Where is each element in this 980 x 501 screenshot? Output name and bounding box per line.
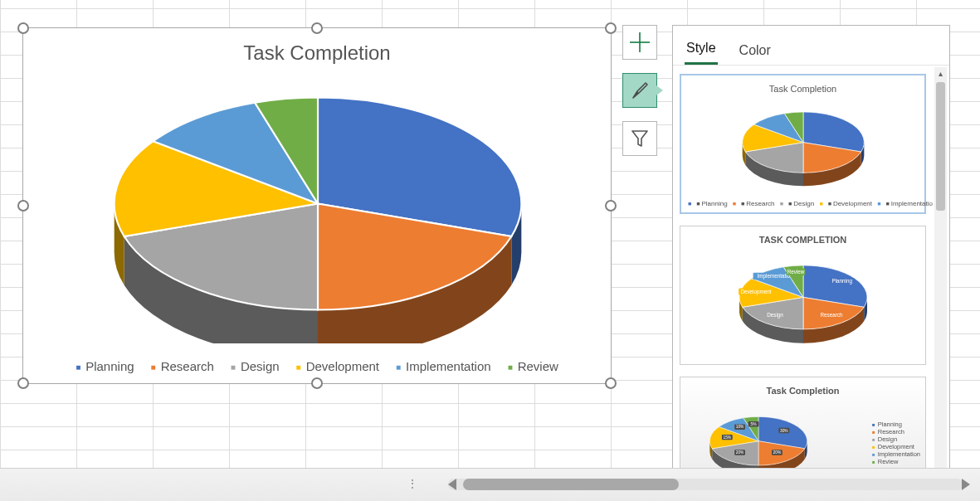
legend-item-planning[interactable]: Planning (76, 359, 134, 373)
panel-tabs: Style Color (673, 26, 949, 66)
svg-text:30%: 30% (780, 429, 788, 433)
style-preview-legend: Planning Research Design Development Imp… (872, 421, 920, 465)
legend-item-development[interactable]: Development (296, 359, 379, 373)
horizontal-scrollbar: ⋮ (0, 468, 980, 501)
resize-handle-e[interactable] (605, 200, 617, 212)
scroll-right-icon[interactable] (962, 479, 970, 490)
style-option-title: Task Completion (685, 84, 921, 94)
panel-scrollbar[interactable]: ▴ ▾ (934, 67, 947, 482)
scroll-thumb[interactable] (463, 479, 679, 490)
style-gallery: Task Completion Planning Research Design… (673, 66, 933, 484)
legend-item-review[interactable]: Review (508, 359, 558, 373)
resize-handle-s[interactable] (311, 377, 323, 389)
pie-chart[interactable] (90, 78, 546, 343)
svg-text:Design: Design (767, 312, 783, 319)
resize-handle-sw[interactable] (17, 377, 29, 389)
style-option-2[interactable]: TASK COMPLETION PlanningResearchDesignDe… (680, 226, 926, 365)
scroll-up-icon[interactable]: ▴ (934, 67, 947, 80)
resize-handle-n[interactable] (311, 22, 323, 34)
brush-icon (629, 80, 651, 101)
resize-handle-ne[interactable] (605, 22, 617, 34)
svg-text:10%: 10% (736, 425, 744, 429)
svg-text:Review: Review (787, 269, 804, 275)
chart-filter-button[interactable] (622, 121, 657, 156)
svg-text:5%: 5% (751, 422, 758, 426)
style-preview-pie (716, 97, 890, 197)
svg-text:20%: 20% (736, 450, 744, 455)
svg-text:Planning: Planning (831, 278, 852, 285)
chart-styles-button[interactable] (622, 73, 657, 108)
chart-title[interactable]: Task Completion (23, 41, 611, 65)
svg-text:20%: 20% (773, 450, 782, 455)
style-preview-legend: Planning Research Design Development Imp… (685, 200, 921, 207)
chart-format-buttons (622, 25, 659, 169)
style-preview-pie: PlanningResearchDesignDevelopmentImpleme… (716, 248, 890, 356)
funnel-icon (629, 128, 651, 149)
legend-item-research[interactable]: Research (151, 359, 214, 373)
legend-item-implementation[interactable]: Implementation (396, 359, 491, 373)
more-options-icon[interactable]: ⋮ (407, 477, 420, 490)
tab-style[interactable]: Style (685, 32, 718, 65)
chart-object[interactable]: Task Completion PlanningResearchDesignDe… (22, 27, 612, 384)
svg-text:Development: Development (740, 289, 771, 295)
scroll-left-icon[interactable] (448, 479, 456, 490)
plus-icon (629, 32, 651, 53)
style-option-1[interactable]: Task Completion Planning Research Design… (680, 74, 926, 214)
resize-handle-se[interactable] (605, 377, 617, 389)
legend-item-design[interactable]: Design (231, 359, 280, 373)
resize-handle-nw[interactable] (17, 22, 29, 34)
style-option-title: Task Completion (684, 386, 922, 396)
chart-styles-panel: Style Color Task Completion Planning Res… (672, 25, 950, 485)
resize-handle-w[interactable] (17, 200, 29, 212)
add-chart-element-button[interactable] (622, 25, 657, 60)
svg-text:Research: Research (820, 312, 842, 318)
chart-legend[interactable]: PlanningResearchDesignDevelopmentImpleme… (23, 359, 611, 373)
scroll-thumb[interactable] (936, 82, 945, 211)
svg-text:15%: 15% (724, 435, 732, 440)
tab-color[interactable]: Color (738, 35, 773, 65)
style-option-title: TASK COMPLETION (684, 235, 922, 245)
